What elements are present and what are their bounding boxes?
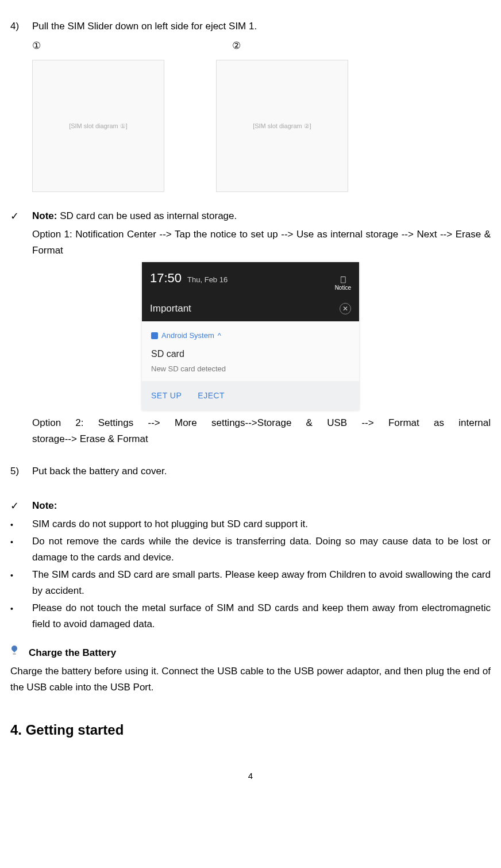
circled-numbers-row: ① ② <box>32 38 491 54</box>
android-system-label: Android System <box>161 329 214 341</box>
bullet-icon: • <box>10 516 32 532</box>
step-5-number: 5) <box>10 463 32 479</box>
bullet-1: • SIM cards do not support to hot pluggi… <box>10 516 491 532</box>
bullet-icon: • <box>10 567 32 599</box>
chevron-up-icon: ^ <box>218 329 221 341</box>
step-4-number: 4) <box>10 18 32 34</box>
bullet-2: • Do not remove the cards while the devi… <box>10 533 491 566</box>
clock-date: Thu, Feb 16 <box>187 274 228 286</box>
option-2-line2: storage--> Erase & Format <box>32 431 491 447</box>
option-1-text: Option 1: Notification Center --> Tap th… <box>32 226 491 259</box>
note-1-text: SD card can be used as internal storage. <box>57 210 237 221</box>
step-5: 5) Put back the battery and cover. <box>10 463 491 479</box>
sd-card-title: SD card <box>151 347 350 362</box>
step-5-text: Put back the battery and cover. <box>32 463 491 479</box>
circled-1: ① <box>32 38 232 54</box>
notification-actions: SET UP EJECT <box>142 381 359 410</box>
notification-body: Android System ^ SD card New SD card det… <box>142 321 359 381</box>
page-number: 4 <box>10 769 491 783</box>
diagrams-row: [SIM slot diagram ①] [SIM slot diagram ②… <box>32 60 491 192</box>
notice-label: Notice <box>335 285 351 291</box>
section-4-heading: 4. Getting started <box>10 719 491 742</box>
bullet-1-text: SIM cards do not support to hot plugging… <box>32 516 491 532</box>
system-icon <box>151 332 158 339</box>
check-icon: ✓ <box>10 498 32 515</box>
bullet-2-text: Do not remove the cards while the device… <box>32 533 491 566</box>
bullet-icon: • <box>10 533 32 566</box>
bullet-3-text: The SIM cards and SD card are small part… <box>32 567 491 599</box>
note-1: ✓ Note: SD card can be used as internal … <box>10 208 491 225</box>
clock-time: 17:50 <box>150 268 182 289</box>
statusbar-row: 17:50 Thu, Feb 16 ⎕ Notice <box>150 268 351 293</box>
note-1-label: Note: <box>32 210 57 221</box>
charge-heading-row: Charge the Battery <box>10 645 491 661</box>
note-2: ✓ Note: <box>10 498 491 515</box>
step-4-text: Pull the SIM Slider down on left side fo… <box>32 18 491 34</box>
notification-header: 17:50 Thu, Feb 16 ⎕ Notice Important ✕ <box>142 262 359 322</box>
time-date-block: 17:50 Thu, Feb 16 <box>150 268 228 289</box>
bullet-4: • Please do not touch the metal surface … <box>10 600 491 632</box>
notice-icon: ⎕ <box>335 275 351 283</box>
charge-text: Charge the battery before using it. Conn… <box>10 663 491 696</box>
sim-diagram-2: [SIM slot diagram ②] <box>216 60 348 192</box>
bullet-icon: • <box>10 600 32 632</box>
important-label: Important <box>150 301 191 317</box>
sd-card-subtitle: New SD card detected <box>151 363 350 375</box>
sim-diagram-1: [SIM slot diagram ①] <box>32 60 164 192</box>
check-icon: ✓ <box>10 208 32 225</box>
pin-icon <box>10 645 29 661</box>
android-system-row[interactable]: Android System ^ <box>151 329 350 341</box>
setup-button[interactable]: SET UP <box>151 389 182 402</box>
charge-title: Charge the Battery <box>29 645 116 661</box>
option-2-line1: Option 2: Settings --> More settings-->S… <box>32 415 491 431</box>
eject-button[interactable]: EJECT <box>198 389 225 402</box>
important-row: Important ✕ <box>150 301 351 317</box>
step-4: 4) Pull the SIM Slider down on left side… <box>10 18 491 34</box>
note-2-label: Note: <box>32 498 491 515</box>
close-icon[interactable]: ✕ <box>340 303 351 314</box>
phone-screenshot: 17:50 Thu, Feb 16 ⎕ Notice Important ✕ A… <box>142 262 359 410</box>
bullet-3: • The SIM cards and SD card are small pa… <box>10 567 491 599</box>
circled-2: ② <box>232 38 241 54</box>
phone-screenshot-container: 17:50 Thu, Feb 16 ⎕ Notice Important ✕ A… <box>10 262 491 410</box>
bullet-4-text: Please do not touch the metal surface of… <box>32 600 491 632</box>
note-1-content: Note: SD card can be used as internal st… <box>32 208 491 225</box>
notice-button[interactable]: ⎕ Notice <box>335 275 351 293</box>
option-2-text: Option 2: Settings --> More settings-->S… <box>32 415 491 447</box>
